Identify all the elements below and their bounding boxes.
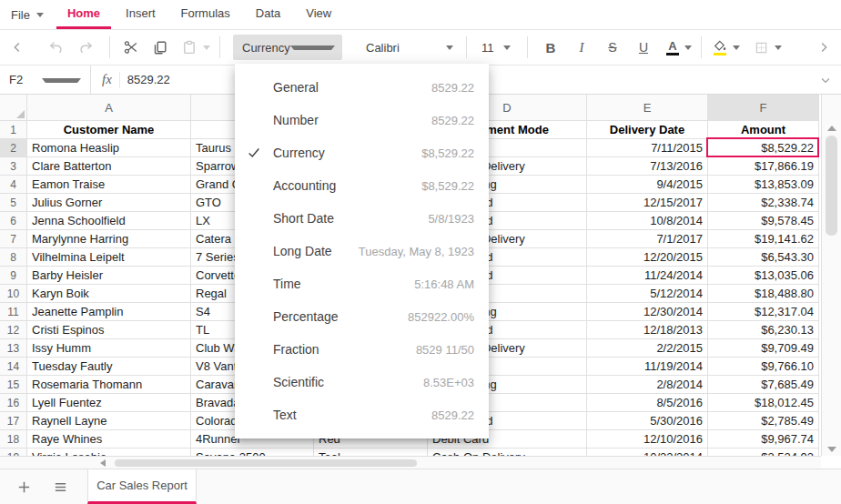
cell-E7[interactable]: 7/1/2017 — [587, 230, 708, 248]
cell-F2[interactable]: $8,529.22 — [708, 139, 819, 157]
cell-A7[interactable]: Marylynne Harring — [27, 230, 191, 248]
bold-icon[interactable]: B — [539, 35, 562, 60]
paste-icon[interactable] — [177, 35, 201, 60]
undo-icon[interactable] — [44, 35, 67, 60]
cell-F13[interactable]: $9,709.49 — [708, 339, 819, 358]
row-header-9[interactable]: 9 — [0, 267, 27, 285]
horizontal-scrollbar[interactable] — [0, 456, 821, 469]
cell-F8[interactable]: $6,543.30 — [708, 248, 819, 267]
font-name-dropdown[interactable]: Calibri — [360, 35, 459, 60]
cell-A19[interactable]: Virgie Losebie — [27, 449, 191, 456]
cell-A18[interactable]: Raye Whines — [27, 430, 191, 449]
cut-icon[interactable] — [119, 35, 143, 60]
format-option-time[interactable]: Time5:16:48 AM — [235, 267, 489, 300]
tab-home[interactable]: Home — [56, 0, 111, 29]
cell-F3[interactable]: $17,866.19 — [708, 157, 819, 176]
cell-E5[interactable]: 12/15/2017 — [587, 194, 708, 212]
column-header-F[interactable]: F — [708, 95, 819, 121]
row-header-2[interactable]: 2 — [0, 139, 27, 157]
cell-F19[interactable]: $3,524.93 — [708, 449, 819, 456]
cell-A8[interactable]: Vilhelmina Leipelt — [27, 248, 191, 267]
cell-E19[interactable]: 10/22/2014 — [587, 449, 708, 456]
cell-F11[interactable]: $12,317.04 — [708, 303, 819, 321]
cell-E1[interactable]: Delivery Date — [587, 121, 708, 139]
format-option-text[interactable]: Text8529.22 — [235, 398, 489, 431]
row-header-4[interactable]: 4 — [0, 176, 27, 194]
scroll-down-icon[interactable] — [827, 447, 836, 452]
cell-A2[interactable]: Romona Heaslip — [27, 139, 191, 157]
scroll-up-icon[interactable] — [827, 126, 836, 131]
cell-E14[interactable]: 11/19/2014 — [587, 358, 708, 376]
redo-icon[interactable] — [75, 35, 98, 60]
cell-E8[interactable]: 12/20/2015 — [587, 248, 708, 267]
cell-E17[interactable]: 5/30/2016 — [587, 412, 708, 430]
column-header-E[interactable]: E — [587, 95, 708, 121]
select-all-corner-icon[interactable] — [0, 95, 27, 121]
copy-icon[interactable] — [148, 35, 172, 60]
cell-F4[interactable]: $13,853.09 — [708, 176, 819, 194]
cell-A10[interactable]: Karyn Boik — [27, 285, 191, 303]
italic-icon[interactable]: I — [570, 35, 593, 60]
font-color-icon[interactable]: A — [663, 35, 683, 60]
row-header-13[interactable]: 13 — [0, 339, 27, 358]
tab-insert[interactable]: Insert — [115, 0, 167, 29]
cell-E2[interactable]: 7/11/2015 — [587, 139, 708, 157]
cell-E10[interactable]: 5/12/2014 — [587, 285, 708, 303]
add-sheet-icon[interactable] — [11, 474, 36, 499]
format-option-accounting[interactable]: Accounting$8,529.22 — [235, 169, 489, 202]
underline-icon[interactable]: U — [632, 35, 655, 60]
row-header-6[interactable]: 6 — [0, 212, 27, 230]
format-option-general[interactable]: General8529.22 — [235, 71, 489, 104]
cell-A5[interactable]: Julius Gorner — [27, 194, 191, 212]
format-option-short-date[interactable]: Short Date5/8/1923 — [235, 202, 489, 235]
font-size-dropdown[interactable]: 11 — [476, 35, 516, 60]
row-header-19[interactable]: 19 — [0, 449, 27, 456]
cell-A17[interactable]: Raynell Layne — [27, 412, 191, 430]
row-header-12[interactable]: 12 — [0, 321, 27, 339]
row-header-7[interactable]: 7 — [0, 230, 27, 248]
cell-F10[interactable]: $18,488.80 — [708, 285, 819, 303]
cell-F15[interactable]: $7,685.49 — [708, 376, 819, 394]
sheet-tab-active[interactable]: Car Sales Report — [87, 469, 197, 504]
cell-E9[interactable]: 11/24/2014 — [587, 267, 708, 285]
tab-view[interactable]: View — [295, 0, 342, 29]
chevron-left-icon[interactable] — [5, 35, 29, 60]
name-box[interactable]: F2 — [0, 66, 91, 94]
row-header-16[interactable]: 16 — [0, 394, 27, 412]
cell-F5[interactable]: $2,338.74 — [708, 194, 819, 212]
cell-E4[interactable]: 9/4/2015 — [587, 176, 708, 194]
horizontal-scroll-thumb[interactable] — [115, 459, 417, 467]
cell-A6[interactable]: Jenna Schoolfield — [27, 212, 191, 230]
row-header-10[interactable]: 10 — [0, 285, 27, 303]
row-header-14[interactable]: 14 — [0, 358, 27, 376]
cell-D19[interactable]: Cash On Delivery — [428, 449, 587, 456]
cell-E6[interactable]: 10/8/2014 — [587, 212, 708, 230]
cell-F1[interactable]: Amount — [708, 121, 819, 139]
cell-A11[interactable]: Jeanette Pamplin — [27, 303, 191, 321]
format-option-scientific[interactable]: Scientific8.53E+03 — [235, 366, 489, 398]
format-option-percentage[interactable]: Percentage852922.00% — [235, 300, 489, 333]
row-header-17[interactable]: 17 — [0, 412, 27, 430]
chevron-down-icon[interactable] — [819, 74, 841, 86]
cell-A14[interactable]: Tuesday Fautly — [27, 358, 191, 376]
vertical-scrollbar[interactable] — [821, 95, 841, 456]
cell-B19[interactable]: Savana 3500 — [191, 449, 314, 456]
chevron-right-icon[interactable] — [812, 35, 836, 60]
row-header-8[interactable]: 8 — [0, 248, 27, 267]
cell-E12[interactable]: 12/18/2013 — [587, 321, 708, 339]
format-option-currency[interactable]: Currency$8,529.22 — [235, 136, 489, 169]
cell-A3[interactable]: Clare Batterton — [27, 157, 191, 176]
cell-F12[interactable]: $6,230.13 — [708, 321, 819, 339]
format-option-fraction[interactable]: Fraction8529 11/50 — [235, 333, 489, 366]
cell-A12[interactable]: Cristi Espinos — [27, 321, 191, 339]
cell-E18[interactable]: 12/10/2016 — [587, 430, 708, 449]
cell-A16[interactable]: Lyell Fuentez — [27, 394, 191, 412]
cell-A4[interactable]: Eamon Traise — [27, 176, 191, 194]
number-format-dropdown[interactable]: Currency — [233, 35, 342, 60]
strikethrough-icon[interactable]: S — [601, 35, 624, 60]
cell-C19[interactable]: Teal — [314, 449, 428, 456]
row-header-18[interactable]: 18 — [0, 430, 27, 449]
scroll-left-icon[interactable] — [100, 459, 106, 467]
format-option-long-date[interactable]: Long DateTuesday, May 8, 1923 — [235, 235, 489, 267]
row-header-11[interactable]: 11 — [0, 303, 27, 321]
